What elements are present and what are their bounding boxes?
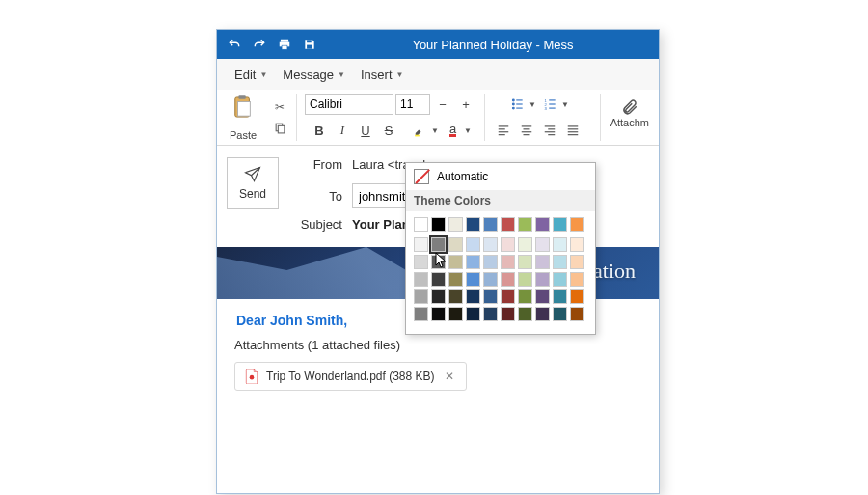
color-swatch[interactable]	[431, 272, 446, 287]
send-button[interactable]: Send	[227, 157, 279, 209]
color-swatch[interactable]	[414, 255, 428, 269]
color-swatch[interactable]	[431, 237, 446, 252]
color-swatch[interactable]	[535, 307, 550, 321]
color-swatch[interactable]	[431, 307, 446, 321]
color-swatch[interactable]	[448, 272, 463, 287]
color-swatch[interactable]	[466, 289, 480, 304]
color-swatch[interactable]	[570, 289, 584, 304]
cut-icon[interactable]: ✂	[271, 98, 288, 116]
undo-icon[interactable]	[225, 35, 244, 54]
color-swatch[interactable]	[466, 272, 480, 287]
font-color-icon[interactable]: a	[442, 120, 463, 141]
align-justify-icon[interactable]	[562, 120, 583, 141]
paste-icon[interactable]	[231, 94, 255, 121]
color-swatch[interactable]	[553, 217, 567, 232]
color-swatch[interactable]	[466, 237, 480, 252]
color-swatch[interactable]	[535, 272, 550, 287]
color-swatch[interactable]	[414, 237, 428, 252]
color-swatch[interactable]	[466, 255, 480, 269]
color-swatch[interactable]	[518, 272, 532, 287]
color-swatch[interactable]	[501, 307, 515, 321]
menu-message[interactable]: Message▼	[275, 64, 353, 86]
color-swatch[interactable]	[501, 237, 515, 252]
font-size-select[interactable]	[395, 94, 430, 115]
caret-icon[interactable]: ▼	[528, 94, 537, 115]
color-swatch[interactable]	[483, 255, 498, 269]
font-color-split[interactable]: a▼	[442, 120, 473, 141]
color-swatch[interactable]	[501, 272, 515, 287]
save-icon[interactable]	[300, 35, 319, 54]
remove-attachment-icon[interactable]: ✕	[443, 370, 456, 383]
number-list-split[interactable]: 123▼	[539, 94, 570, 115]
color-swatch[interactable]	[414, 272, 428, 287]
highlight-split[interactable]: ▼	[409, 120, 440, 141]
menu-edit[interactable]: Edit▼	[227, 64, 275, 86]
color-swatch[interactable]	[553, 237, 567, 252]
menu-insert[interactable]: Insert▼	[353, 64, 411, 86]
color-swatch[interactable]	[535, 217, 550, 232]
color-swatch[interactable]	[483, 237, 498, 252]
color-swatch[interactable]	[535, 255, 550, 269]
color-swatch[interactable]	[448, 255, 463, 269]
print-icon[interactable]	[275, 35, 294, 54]
color-swatch[interactable]	[553, 272, 567, 287]
color-swatch[interactable]	[570, 237, 584, 252]
caret-icon[interactable]: ▼	[463, 120, 473, 141]
underline-button[interactable]: U	[355, 120, 376, 141]
number-list-icon[interactable]: 123	[539, 94, 560, 115]
svg-rect-0	[281, 40, 288, 42]
caret-icon[interactable]: ▼	[430, 120, 440, 141]
font-name-select[interactable]	[305, 94, 393, 115]
color-swatch[interactable]	[501, 255, 515, 269]
color-swatch[interactable]	[431, 289, 446, 304]
color-swatch[interactable]	[518, 307, 532, 321]
color-swatch[interactable]	[518, 289, 532, 304]
color-swatch[interactable]	[501, 289, 515, 304]
color-swatch[interactable]	[553, 289, 567, 304]
redo-icon[interactable]	[250, 35, 269, 54]
color-swatch[interactable]	[553, 255, 567, 269]
color-swatch[interactable]	[483, 272, 498, 287]
color-swatch[interactable]	[518, 237, 532, 252]
color-swatch[interactable]	[431, 217, 446, 232]
color-swatch[interactable]	[414, 289, 428, 304]
bullet-list-icon[interactable]	[506, 94, 528, 115]
italic-button[interactable]: I	[332, 120, 353, 141]
align-center-icon[interactable]	[516, 120, 537, 141]
color-swatch[interactable]	[518, 255, 532, 269]
color-swatch[interactable]	[570, 307, 584, 321]
align-left-icon[interactable]	[493, 120, 514, 141]
color-swatch[interactable]	[570, 272, 584, 287]
attachment-chip[interactable]: Trip To Wonderland.pdf (388 KB) ✕	[234, 362, 467, 391]
color-swatch[interactable]	[570, 255, 584, 269]
caret-icon[interactable]: ▼	[560, 94, 570, 115]
color-swatch[interactable]	[414, 217, 428, 232]
color-swatch[interactable]	[535, 289, 550, 304]
color-swatch[interactable]	[535, 237, 550, 252]
color-swatch[interactable]	[553, 307, 567, 321]
align-right-icon[interactable]	[539, 120, 560, 141]
automatic-color-row[interactable]: Automatic	[406, 163, 595, 190]
color-swatch[interactable]	[466, 307, 480, 321]
color-swatch[interactable]	[448, 307, 463, 321]
color-swatch[interactable]	[501, 217, 515, 232]
highlight-icon[interactable]	[409, 120, 430, 141]
color-swatch[interactable]	[448, 217, 463, 232]
bold-button[interactable]: B	[309, 120, 330, 141]
bullet-list-split[interactable]: ▼	[506, 94, 537, 115]
color-swatch[interactable]	[414, 307, 428, 321]
decrease-font-icon[interactable]: −	[432, 94, 453, 115]
color-swatch[interactable]	[483, 217, 498, 232]
color-swatch[interactable]	[431, 255, 446, 269]
color-swatch[interactable]	[570, 217, 584, 232]
color-swatch[interactable]	[518, 217, 532, 232]
strike-button[interactable]: S	[378, 120, 399, 141]
copy-icon[interactable]	[271, 120, 288, 137]
attachment-group[interactable]: Attachm	[600, 94, 653, 141]
color-swatch[interactable]	[466, 217, 480, 232]
increase-font-icon[interactable]: +	[455, 94, 476, 115]
color-swatch[interactable]	[448, 289, 463, 304]
color-swatch[interactable]	[483, 289, 498, 304]
color-swatch[interactable]	[448, 237, 463, 252]
color-swatch[interactable]	[483, 307, 498, 321]
